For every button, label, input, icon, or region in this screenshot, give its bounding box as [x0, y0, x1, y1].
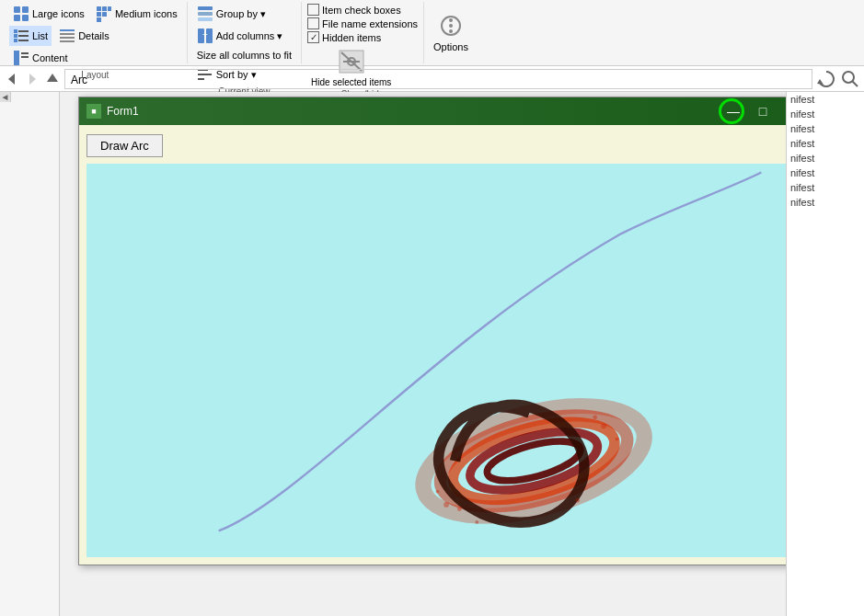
group-by-button[interactable]: Group by ▾: [193, 4, 270, 24]
toolbar-options-section: Options: [424, 2, 478, 63]
size-columns-label: Size all columns to fit: [197, 50, 292, 61]
svg-rect-1: [22, 6, 29, 13]
svg-point-52: [436, 490, 440, 494]
form-body: Draw Arc: [79, 125, 786, 565]
svg-rect-6: [108, 6, 111, 11]
large-icons-icon: [13, 6, 29, 22]
content-label: Content: [32, 52, 68, 63]
svg-rect-22: [21, 56, 29, 58]
canvas-area: [86, 164, 786, 557]
medium-icons-icon: [96, 6, 112, 22]
close-button[interactable]: ×: [778, 101, 786, 121]
right-panel-item: nifest: [787, 92, 864, 107]
options-icon: [438, 13, 464, 39]
left-sidebar: ◄: [0, 92, 60, 616]
svg-rect-25: [198, 17, 213, 21]
svg-rect-18: [60, 37, 75, 39]
address-input[interactable]: Arc: [64, 69, 812, 89]
file-name-ext-label: File name extensions: [322, 18, 418, 29]
svg-rect-13: [18, 35, 29, 37]
add-columns-icon: +: [197, 28, 213, 44]
sort-row1: Group by ▾: [193, 4, 295, 24]
right-panel-item: nifest: [787, 195, 864, 210]
draw-arc-button[interactable]: Draw Arc: [86, 134, 163, 157]
svg-rect-8: [102, 12, 107, 17]
svg-point-37: [449, 18, 453, 22]
maximize-button[interactable]: □: [749, 101, 777, 121]
minimize-wrapper: —: [720, 101, 747, 121]
large-icons-button[interactable]: Large icons: [9, 4, 88, 24]
right-panel: nifest nifest nifest nifest nifest nifes…: [786, 92, 864, 616]
svg-point-39: [449, 29, 453, 33]
svg-rect-7: [97, 12, 101, 17]
large-icons-label: Large icons: [32, 8, 85, 19]
add-columns-label: Add columns ▾: [216, 30, 283, 42]
svg-rect-24: [198, 12, 213, 16]
right-panel-item: nifest: [787, 121, 864, 136]
svg-point-51: [444, 502, 449, 508]
item-check-boxes-checkbox[interactable]: [307, 4, 319, 16]
right-panel-item: nifest: [787, 165, 864, 180]
right-panel-item: nifest: [787, 107, 864, 121]
details-button[interactable]: Details: [55, 26, 113, 46]
svg-rect-14: [14, 39, 17, 42]
search-icon[interactable]: [840, 69, 860, 89]
arc-svg: [86, 164, 786, 557]
back-icon[interactable]: [4, 71, 20, 87]
group-by-label: Group by ▾: [216, 8, 266, 20]
svg-rect-23: [198, 6, 213, 10]
content-area: ■ Form1 — □ × Draw Arc: [60, 92, 786, 616]
svg-rect-4: [97, 6, 101, 11]
svg-point-54: [601, 423, 606, 428]
svg-line-45: [852, 81, 858, 86]
svg-rect-21: [21, 52, 29, 54]
svg-marker-41: [29, 74, 36, 85]
svg-rect-5: [102, 6, 107, 11]
svg-marker-43: [817, 79, 824, 85]
medium-icons-label: Medium icons: [115, 8, 178, 19]
list-button[interactable]: List: [9, 26, 52, 46]
address-bar: Arc: [0, 66, 864, 92]
hidden-items-checkbox[interactable]: [307, 31, 319, 43]
item-check-boxes-item: Item check boxes: [307, 4, 401, 16]
file-name-ext-item: File name extensions: [307, 17, 418, 29]
refresh-icon[interactable]: [816, 69, 836, 89]
content-button[interactable]: Content: [9, 48, 72, 68]
svg-marker-42: [47, 74, 58, 82]
add-columns-button[interactable]: + Add columns ▾: [193, 26, 287, 46]
file-name-ext-row: File name extensions: [307, 17, 418, 29]
svg-text:+: +: [202, 29, 208, 40]
group-by-icon: [197, 6, 213, 22]
details-label: Details: [78, 30, 109, 41]
sidebar-toggle[interactable]: ◄: [0, 92, 11, 102]
minimize-button[interactable]: —: [720, 101, 747, 121]
toolbar-sort-section: Group by ▾ + Add columns ▾ Size all colu…: [188, 2, 302, 63]
svg-rect-20: [14, 51, 19, 65]
item-check-boxes-label: Item check boxes: [322, 5, 401, 16]
svg-rect-9: [97, 17, 101, 22]
svg-rect-3: [22, 15, 29, 21]
sort-row2: + Add columns ▾: [193, 26, 295, 46]
form-controls: — □ ×: [720, 101, 786, 121]
svg-rect-15: [18, 40, 29, 41]
svg-marker-40: [8, 74, 15, 85]
file-name-ext-checkbox[interactable]: [307, 17, 319, 29]
right-panel-item: nifest: [787, 151, 864, 165]
forward-icon[interactable]: [24, 71, 40, 87]
form-title-icon: ■: [86, 104, 101, 119]
options-button[interactable]: Options: [430, 11, 472, 54]
size-columns-button[interactable]: Size all columns to fit: [193, 48, 295, 63]
list-icon: [13, 28, 29, 44]
svg-point-55: [616, 438, 619, 441]
svg-point-38: [449, 24, 453, 28]
svg-point-57: [475, 520, 478, 524]
medium-icons-button[interactable]: Medium icons: [92, 4, 181, 24]
up-icon[interactable]: [44, 71, 61, 87]
svg-rect-12: [14, 34, 17, 38]
svg-rect-16: [60, 29, 75, 31]
svg-point-56: [593, 415, 597, 419]
hidden-items-label: Hidden items: [322, 32, 381, 43]
toolbar-row-icons: Large icons Medium icons: [9, 4, 181, 24]
sort-row3: Size all columns to fit: [193, 48, 295, 63]
svg-rect-11: [18, 30, 29, 32]
